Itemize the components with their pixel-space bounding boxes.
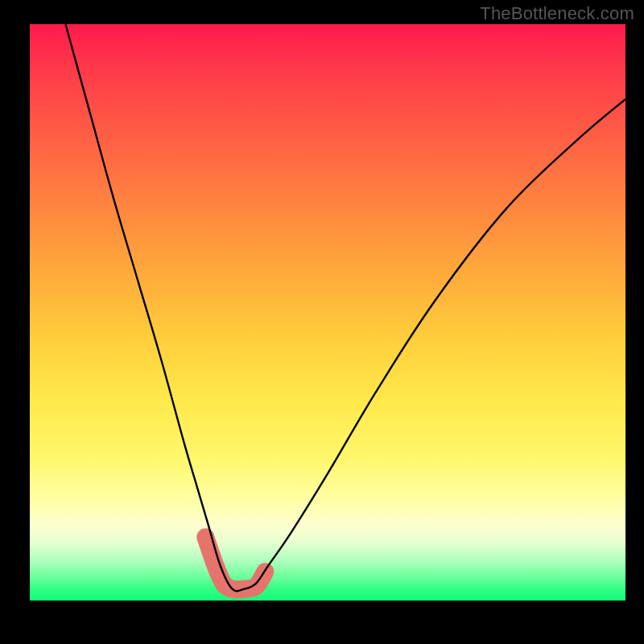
curve-svg — [30, 24, 625, 601]
watermark-text: TheBottleneck.com — [480, 3, 634, 24]
chart-container: TheBottleneck.com — [0, 0, 644, 644]
bottleneck-curve — [65, 24, 625, 591]
plot-area — [30, 24, 625, 601]
